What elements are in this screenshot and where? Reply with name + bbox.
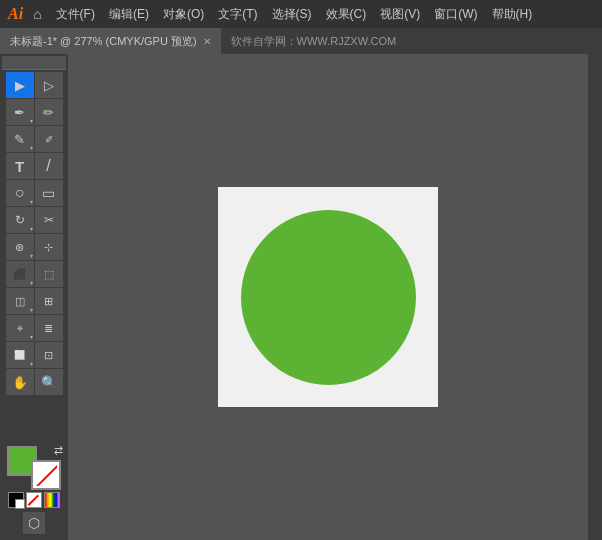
right-scrollbar[interactable] xyxy=(588,54,602,540)
menu-text[interactable]: 文字(T) xyxy=(212,4,263,25)
home-icon[interactable]: ⌂ xyxy=(33,6,41,22)
tool-row-8: ⬛▾ ⬚ xyxy=(2,261,66,287)
menu-window[interactable]: 窗口(W) xyxy=(428,4,483,25)
tool-row-7: ⊛▾ ⊹ xyxy=(2,234,66,260)
menu-help[interactable]: 帮助(H) xyxy=(486,4,539,25)
default-colors-icon[interactable] xyxy=(8,492,24,508)
selection-tool[interactable]: ▶ xyxy=(6,72,34,98)
mesh-tool[interactable]: ⊞ xyxy=(35,288,63,314)
swap-colors-icon[interactable]: ⇄ xyxy=(54,444,63,457)
title-bar: Ai ⌂ 文件(F) 编辑(E) 对象(O) 文字(T) 选择(S) 效果(C)… xyxy=(0,0,602,28)
tool-row-10: ⌖▾ ≣ xyxy=(2,315,66,341)
bottom-toolbar-icons: ⬡ xyxy=(23,512,45,534)
small-color-icons xyxy=(8,492,60,508)
hand-tool[interactable]: ✋ xyxy=(6,369,34,395)
color-area: ⇄ ⬡ xyxy=(2,442,66,538)
toolbar: ▶ ▷ ✒▾ ✏ ✎▾ ✐ T / ○▾ ▭ ↻▾ ✂ ⊛▾ ⊹ ⬛▾ ⬚ xyxy=(0,54,68,540)
tool-row-4: T / xyxy=(2,153,66,179)
tool-row-6: ↻▾ ✂ xyxy=(2,207,66,233)
free-transform-tool[interactable]: ⊹ xyxy=(35,234,63,260)
ai-logo: Ai xyxy=(8,5,23,23)
chart-tool[interactable]: ≣ xyxy=(35,315,63,341)
tool-row-9: ◫▾ ⊞ xyxy=(2,288,66,314)
active-tab[interactable]: 未标题-1* @ 277% (CMYK/GPU 预览) ✕ xyxy=(0,28,221,54)
change-screen-mode-button[interactable]: ⬡ xyxy=(23,512,45,534)
tool-row-11: ⬜▾ ⊡ xyxy=(2,342,66,368)
direct-selection-tool[interactable]: ▷ xyxy=(35,72,63,98)
artboard xyxy=(218,187,438,407)
line-tool[interactable]: / xyxy=(35,153,63,179)
menu-select[interactable]: 选择(S) xyxy=(266,4,318,25)
rotate-tool[interactable]: ↻▾ xyxy=(6,207,34,233)
ellipse-tool[interactable]: ○▾ xyxy=(6,180,34,206)
inactive-tab[interactable]: 软件自学网：WWW.RJZXW.COM xyxy=(221,30,407,53)
gradient-tool[interactable]: ◫▾ xyxy=(6,288,34,314)
tool-row-3: ✎▾ ✐ xyxy=(2,126,66,152)
color-icon[interactable] xyxy=(44,492,60,508)
main-area: ▶ ▷ ✒▾ ✏ ✎▾ ✐ T / ○▾ ▭ ↻▾ ✂ ⊛▾ ⊹ ⬛▾ ⬚ xyxy=(0,54,602,540)
menu-object[interactable]: 对象(O) xyxy=(157,4,210,25)
rectangle-tool[interactable]: ▭ xyxy=(35,180,63,206)
pen-tool[interactable]: ✒▾ xyxy=(6,99,34,125)
tab-close-button[interactable]: ✕ xyxy=(203,36,211,47)
tool-row-1: ▶ ▷ xyxy=(2,72,66,98)
tool-row-2: ✒▾ ✏ xyxy=(2,99,66,125)
shape-builder-tool[interactable]: ⬛▾ xyxy=(6,261,34,287)
ruler-stub xyxy=(2,56,66,70)
tool-row-5: ○▾ ▭ xyxy=(2,180,66,206)
tool-row-12: ✋ 🔍 xyxy=(2,369,66,395)
eyedropper-tool[interactable]: ⌖▾ xyxy=(6,315,34,341)
none-color-icon[interactable] xyxy=(26,492,42,508)
green-circle xyxy=(241,210,416,385)
perspective-grid-tool[interactable]: ⬚ xyxy=(35,261,63,287)
menu-view[interactable]: 视图(V) xyxy=(374,4,426,25)
curvature-tool[interactable]: ✏ xyxy=(35,99,63,125)
scissors-tool[interactable]: ✂ xyxy=(35,207,63,233)
eraser-tool[interactable]: ✐ xyxy=(35,126,63,152)
menu-file[interactable]: 文件(F) xyxy=(50,4,101,25)
stroke-color-swatch[interactable] xyxy=(31,460,61,490)
tab-bar: 未标题-1* @ 277% (CMYK/GPU 预览) ✕ 软件自学网：WWW.… xyxy=(0,28,602,54)
artboard-tool[interactable]: ⬜▾ xyxy=(6,342,34,368)
fill-stroke-area: ⇄ xyxy=(7,446,61,490)
warp-tool[interactable]: ⊛▾ xyxy=(6,234,34,260)
menu-effect[interactable]: 效果(C) xyxy=(320,4,373,25)
pencil-tool[interactable]: ✎▾ xyxy=(6,126,34,152)
slice-tool[interactable]: ⊡ xyxy=(35,342,63,368)
type-tool[interactable]: T xyxy=(6,153,34,179)
inactive-tab-label: 软件自学网：WWW.RJZXW.COM xyxy=(231,35,397,47)
menu-edit[interactable]: 编辑(E) xyxy=(103,4,155,25)
canvas-area[interactable] xyxy=(68,54,588,540)
zoom-tool[interactable]: 🔍 xyxy=(35,369,63,395)
menu-bar: 文件(F) 编辑(E) 对象(O) 文字(T) 选择(S) 效果(C) 视图(V… xyxy=(50,4,539,25)
active-tab-label: 未标题-1* @ 277% (CMYK/GPU 预览) xyxy=(10,34,197,49)
